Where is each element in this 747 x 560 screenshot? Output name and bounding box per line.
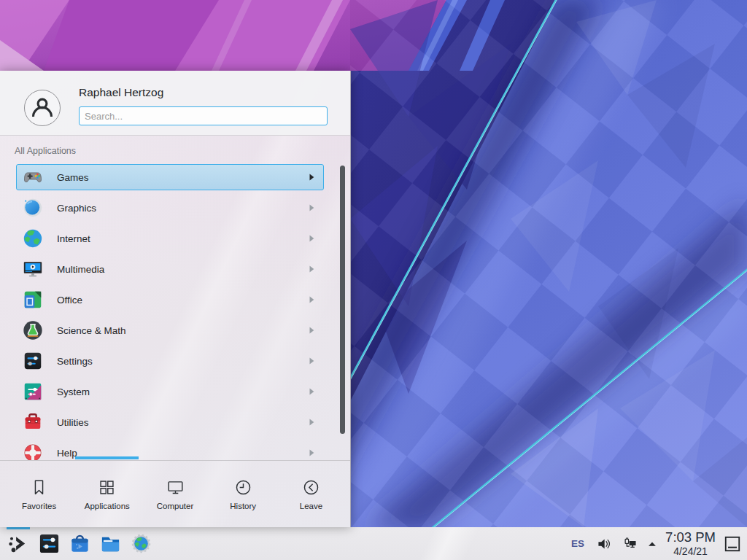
taskbar-panel: ES 7:03 PM 4/24/21	[0, 527, 747, 560]
tab-label: Favorites	[22, 502, 56, 510]
science-icon	[22, 319, 44, 341]
arrow-right-icon	[309, 357, 314, 365]
arrow-right-icon	[309, 388, 314, 395]
settings-icon	[22, 350, 44, 372]
app-item-games[interactable]: Games	[16, 164, 324, 190]
tab-label: History	[230, 502, 256, 510]
scrollbar-thumb[interactable]	[340, 166, 345, 434]
tab-leave[interactable]: Leave	[277, 461, 345, 527]
search-input[interactable]	[79, 106, 328, 125]
arrow-right-icon	[309, 296, 314, 303]
digital-clock[interactable]: 7:03 PM 4/24/21	[665, 531, 716, 557]
arrow-right-icon	[309, 419, 314, 426]
taskbar-app-buttons	[0, 527, 156, 560]
tab-label: Leave	[300, 502, 322, 510]
file-manager-icon	[99, 532, 122, 555]
app-item-label: Office	[57, 295, 309, 306]
arrow-right-icon	[309, 204, 314, 211]
app-item-science-math[interactable]: Science & Math	[16, 317, 324, 343]
internet-icon	[22, 228, 44, 249]
user-avatar[interactable]	[24, 90, 61, 126]
app-item-label: Science & Math	[57, 325, 309, 336]
app-item-label: Games	[57, 172, 309, 183]
favorites-icon	[29, 478, 49, 497]
volume-icon[interactable]	[596, 536, 612, 552]
app-item-office[interactable]: Office	[16, 287, 324, 313]
arrow-right-icon	[309, 235, 314, 242]
games-icon	[22, 166, 44, 188]
app-item-graphics[interactable]: Graphics	[16, 195, 324, 221]
caret-up-icon[interactable]	[647, 539, 657, 549]
application-launcher[interactable]	[3, 527, 34, 560]
system-settings-icon	[38, 532, 61, 555]
clock-date: 4/24/21	[665, 546, 716, 556]
kde-launcher-icon	[7, 532, 30, 555]
app-item-help[interactable]: Help	[16, 440, 324, 460]
app-category-list: Games Graphics Internet Multimedia Offic…	[16, 164, 324, 460]
tab-computer[interactable]: Computer	[141, 461, 209, 527]
arrow-right-icon	[309, 265, 314, 273]
tab-label: Applications	[85, 502, 130, 510]
graphics-icon	[22, 197, 44, 219]
app-item-system[interactable]: System	[16, 378, 324, 405]
tab-favorites[interactable]: Favorites	[5, 461, 73, 527]
arrow-right-icon	[309, 327, 314, 334]
web-browser-icon	[130, 532, 152, 555]
history-icon	[233, 478, 253, 497]
office-icon	[22, 289, 44, 311]
utilities-icon	[22, 411, 44, 433]
arrow-right-icon	[309, 449, 314, 456]
arrow-right-icon	[309, 174, 314, 181]
tab-label: Computer	[157, 502, 194, 510]
clock-time: 7:03 PM	[665, 531, 716, 545]
system-icon	[22, 381, 44, 402]
app-item-settings[interactable]: Settings	[16, 348, 324, 374]
launcher-header: Raphael Hertzog	[0, 71, 350, 136]
discover-icon	[69, 532, 91, 555]
launcher-footer-tabs: Favorites Applications Computer History …	[0, 460, 350, 527]
app-item-label: Settings	[57, 356, 309, 367]
app-item-label: Multimedia	[57, 264, 309, 275]
show-desktop-button[interactable]	[721, 527, 743, 560]
system-tray: ES 7:03 PM 4/24/21	[565, 527, 747, 560]
user-avatar-icon	[28, 94, 56, 122]
active-tab-indicator	[75, 456, 139, 459]
app-item-internet[interactable]: Internet	[16, 225, 324, 252]
app-item-utilities[interactable]: Utilities	[16, 409, 324, 435]
app-item-label: Internet	[57, 233, 309, 244]
tab-history[interactable]: History	[209, 461, 277, 527]
web-browser[interactable]	[125, 527, 156, 560]
app-item-label: Graphics	[57, 203, 309, 214]
computer-icon	[166, 478, 185, 497]
system-settings[interactable]	[34, 527, 64, 560]
keyboard-layout-indicator[interactable]: ES	[565, 538, 591, 549]
discover[interactable]	[64, 527, 95, 560]
help-icon	[22, 442, 44, 460]
leave-icon	[301, 478, 321, 497]
app-item-label: System	[57, 386, 309, 397]
file-manager[interactable]	[95, 527, 125, 560]
network-wired-icon[interactable]	[622, 536, 638, 552]
user-name: Raphael Hertzog	[79, 86, 163, 99]
application-launcher-menu: Raphael Hertzog All Applications Games G…	[0, 71, 351, 527]
tab-applications[interactable]: Applications	[73, 461, 141, 527]
multimedia-icon	[22, 258, 44, 280]
app-item-label: Utilities	[57, 417, 309, 428]
section-label: All Applications	[15, 146, 76, 156]
app-item-multimedia[interactable]: Multimedia	[16, 256, 324, 282]
applications-icon	[97, 478, 117, 497]
show-desktop-icon	[724, 535, 741, 553]
